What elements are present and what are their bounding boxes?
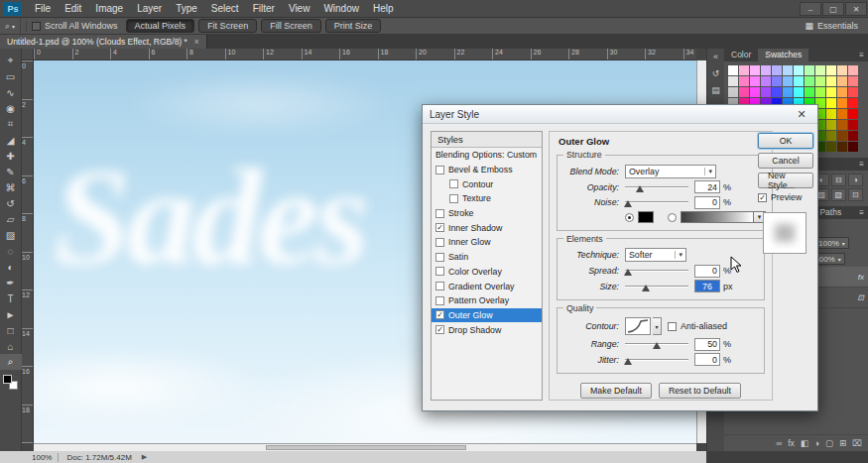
style-item-inner-shadow[interactable]: ✓Inner Shadow xyxy=(432,220,542,235)
style-item-stroke[interactable]: Stroke xyxy=(432,206,542,221)
style-item-gradient-overlay[interactable]: Gradient Overlay xyxy=(432,279,542,293)
horizontal-scrollbar[interactable] xyxy=(34,443,696,451)
menu-layer[interactable]: Layer xyxy=(130,0,169,17)
checkbox-checked[interactable]: ✓ xyxy=(435,325,444,334)
color-swatch[interactable] xyxy=(815,87,825,97)
color-swatch[interactable] xyxy=(805,87,814,97)
color-swatch[interactable] xyxy=(837,65,847,75)
print-size-button[interactable]: Print Size xyxy=(325,19,382,33)
color-swatch[interactable] xyxy=(837,131,847,141)
opacity-slider[interactable] xyxy=(625,182,688,192)
size-slider[interactable] xyxy=(625,282,688,291)
size-slider-thumb[interactable] xyxy=(642,285,650,291)
menu-window[interactable]: Window xyxy=(316,0,366,17)
color-swatch[interactable] xyxy=(837,98,847,108)
color-swatch[interactable] xyxy=(837,109,847,119)
delete-layer-icon[interactable]: ⌧ xyxy=(852,438,862,448)
glow-color-radio[interactable] xyxy=(625,213,634,222)
color-swatch[interactable] xyxy=(826,142,836,152)
link-layers-icon[interactable]: ∞ xyxy=(776,438,782,448)
checkbox-checked[interactable]: ✓ xyxy=(435,223,444,232)
clone-stamp-tool[interactable]: ⌘ xyxy=(0,179,22,195)
color-swatch[interactable] xyxy=(848,142,858,152)
style-item-drop-shadow[interactable]: ✓Drop Shadow xyxy=(432,322,542,337)
spot-healing-brush-tool[interactable]: ✚ xyxy=(0,148,22,164)
layer-badge-icon[interactable]: fx xyxy=(858,273,864,282)
color-swatch[interactable] xyxy=(837,120,847,130)
panel-menu-icon[interactable]: ≡ xyxy=(859,51,868,59)
vertical-ruler[interactable]: 02468101214161820 xyxy=(22,60,34,443)
crop-tool[interactable]: ⌗ xyxy=(0,116,22,132)
dodge-tool[interactable]: ◐ xyxy=(0,259,22,275)
glow-gradient-picker[interactable] xyxy=(681,211,754,223)
zoom-tool[interactable]: ⌕ xyxy=(0,354,22,370)
checkbox-checked[interactable]: ✓ xyxy=(435,310,444,319)
color-swatch[interactable] xyxy=(728,65,738,75)
layer-mask-icon[interactable]: ◧ xyxy=(801,438,808,448)
noise-input[interactable]: 0 xyxy=(694,196,720,209)
opacity-input[interactable]: 24 xyxy=(694,180,720,193)
color-swatch[interactable] xyxy=(739,65,749,75)
zoom-level[interactable]: 100% xyxy=(26,453,59,462)
color-swatch[interactable] xyxy=(848,131,858,141)
color-swatch[interactable] xyxy=(739,76,749,86)
color-swatch[interactable] xyxy=(750,65,760,75)
style-item-outer-glow[interactable]: ✓Outer Glow xyxy=(432,308,542,323)
checkbox-unchecked[interactable] xyxy=(449,194,458,203)
color-swatch[interactable] xyxy=(837,76,847,86)
hand-tool[interactable]: ⌂ xyxy=(0,338,22,354)
spread-slider[interactable] xyxy=(625,266,688,276)
color-swatch[interactable] xyxy=(826,131,836,141)
color-swatch[interactable] xyxy=(739,87,749,97)
color-balance-icon[interactable]: ⊟ xyxy=(831,174,846,186)
collapse-panels-icon[interactable]: « xyxy=(713,52,718,61)
menu-edit[interactable]: Edit xyxy=(58,0,88,17)
range-slider-thumb[interactable] xyxy=(653,342,661,349)
tool-preset-picker[interactable]: ⌕ ▾ xyxy=(0,18,21,34)
color-swatch[interactable] xyxy=(772,87,782,97)
foreground-color-chip[interactable] xyxy=(3,375,12,384)
quick-selection-tool[interactable]: ◉ xyxy=(0,100,22,116)
actual-pixels-button[interactable]: Actual Pixels xyxy=(126,19,195,33)
spread-slider-thumb[interactable] xyxy=(624,269,632,276)
layer-badge-icon[interactable]: ⊡ xyxy=(857,293,864,302)
checkbox-unchecked[interactable] xyxy=(435,296,444,305)
color-swatch[interactable] xyxy=(848,87,858,97)
history-panel-icon[interactable]: ↺ xyxy=(712,68,720,78)
style-item-inner-glow[interactable]: Inner Glow xyxy=(432,235,542,250)
cancel-button[interactable]: Cancel xyxy=(758,153,813,169)
layer-opacity-field[interactable]: 100% ▾ xyxy=(814,237,848,249)
lasso-tool[interactable]: ∿ xyxy=(0,84,22,100)
move-tool[interactable]: ⌖ xyxy=(0,53,22,68)
menu-help[interactable]: Help xyxy=(366,0,401,17)
style-item-pattern-overlay[interactable]: Pattern Overlay xyxy=(432,293,542,308)
ok-button[interactable]: OK xyxy=(758,133,813,149)
jitter-slider-thumb[interactable] xyxy=(624,358,632,365)
style-item-texture[interactable]: Texture xyxy=(432,191,542,206)
menu-file[interactable]: File xyxy=(28,0,58,17)
jitter-input[interactable]: 0 xyxy=(694,353,720,366)
panel-menu-icon[interactable]: ≡ xyxy=(859,160,868,169)
blur-tool[interactable]: ◌ xyxy=(0,243,22,259)
dialog-titlebar[interactable]: Layer Style ✕ xyxy=(423,105,817,124)
checkbox-unchecked[interactable] xyxy=(435,267,444,276)
color-swatch[interactable] xyxy=(815,76,825,86)
color-swatch[interactable] xyxy=(794,76,804,86)
noise-slider-thumb[interactable] xyxy=(624,200,632,207)
gradient-tool[interactable]: ▨ xyxy=(0,227,22,243)
document-tab[interactable]: Untitled-1.psd @ 100% (Clouds Effect, RG… xyxy=(0,35,207,49)
technique-select[interactable]: Softer ▾ xyxy=(625,248,686,262)
color-swatch[interactable] xyxy=(728,76,738,86)
color-swatch[interactable] xyxy=(772,65,782,75)
menu-type[interactable]: Type xyxy=(169,0,204,17)
tab-color[interactable]: Color xyxy=(724,49,758,61)
pen-tool[interactable]: ✒ xyxy=(0,275,22,290)
color-swatch[interactable] xyxy=(761,65,771,75)
color-swatch[interactable] xyxy=(848,98,858,108)
gradient-map-icon[interactable]: ⊡ xyxy=(848,188,863,201)
eyedropper-tool[interactable]: ◢ xyxy=(0,132,22,148)
rectangle-tool[interactable]: □ xyxy=(0,322,22,338)
history-brush-tool[interactable]: ↺ xyxy=(0,195,22,211)
color-swatch[interactable] xyxy=(750,76,760,86)
glow-blend-mode-select[interactable]: Overlay ▾ xyxy=(625,165,716,178)
